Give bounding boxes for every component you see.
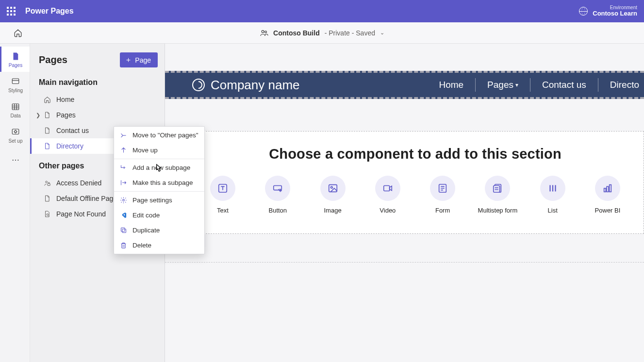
- component-picker-section: Choose a component to add to this sectio…: [186, 131, 644, 234]
- preview-link-home[interactable]: Home: [427, 78, 476, 92]
- component-label: Image: [324, 207, 341, 214]
- styling-icon: [11, 77, 20, 86]
- home-icon[interactable]: [14, 29, 22, 37]
- component-button[interactable]: Button: [254, 176, 301, 214]
- rail-item-data[interactable]: Data: [0, 97, 30, 122]
- component-list[interactable]: List: [529, 176, 576, 214]
- left-rail: Pages Styling Data Set up ⋯: [0, 44, 30, 362]
- ctx-label: Edit code: [132, 212, 160, 219]
- ctx-make-subpage[interactable]: Make this a subpage: [114, 175, 204, 190]
- component-label: Text: [217, 207, 229, 214]
- tree-item-home[interactable]: Home: [30, 92, 165, 107]
- component-label: List: [548, 207, 558, 214]
- component-label: Multistep form: [478, 207, 518, 214]
- app-launcher-icon[interactable]: [7, 7, 16, 16]
- pages-title: Pages: [39, 54, 67, 66]
- tree-item-label: Access Denied: [56, 179, 101, 187]
- svg-rect-23: [122, 244, 126, 248]
- rail-item-label: Data: [10, 113, 20, 118]
- page-icon: [44, 112, 51, 118]
- text-icon: [210, 176, 235, 201]
- plus-icon: ＋: [125, 55, 132, 65]
- sub-bar: Contoso Build - Private - Saved ⌄: [0, 22, 644, 44]
- site-info[interactable]: Contoso Build - Private - Saved ⌄: [260, 29, 384, 37]
- ctx-add-subpage[interactable]: Add a new subpage: [114, 160, 204, 175]
- move-icon: [120, 132, 128, 139]
- preview-link-directory[interactable]: Directo: [598, 78, 644, 92]
- rail-item-setup[interactable]: Set up: [0, 122, 30, 148]
- environment-name: Contoso Learn: [593, 10, 637, 17]
- page-icon: [44, 195, 51, 202]
- component-label: Power BI: [595, 207, 621, 214]
- tree-item-label: Default Offline Page: [56, 195, 117, 202]
- rail-item-styling[interactable]: Styling: [0, 72, 30, 97]
- home-icon: [44, 96, 51, 103]
- rail-item-label: Styling: [8, 88, 23, 93]
- top-bar: Power Pages Environment Contoso Learn: [0, 0, 644, 22]
- svg-rect-13: [384, 186, 390, 191]
- component-label: Button: [268, 207, 287, 214]
- svg-rect-3: [12, 104, 19, 110]
- ctx-label: Add a new subpage: [132, 164, 190, 171]
- svg-point-6: [46, 181, 48, 183]
- page-search-icon: [44, 211, 51, 217]
- data-icon: [11, 102, 20, 112]
- environment-switcher[interactable]: Environment Contoso Learn: [579, 5, 637, 17]
- section-title: Choose a component to add to this sectio…: [197, 146, 634, 162]
- ctx-duplicate[interactable]: Duplicate: [114, 223, 204, 238]
- rail-item-pages[interactable]: Pages: [0, 47, 30, 72]
- component-video[interactable]: Video: [364, 176, 411, 214]
- svg-rect-17: [604, 188, 606, 192]
- add-page-button[interactable]: ＋ Page: [120, 52, 158, 67]
- ctx-move-up[interactable]: Move up: [114, 143, 204, 158]
- app-title: Power Pages: [25, 7, 74, 16]
- ctx-edit-code[interactable]: Edit code: [114, 208, 204, 223]
- component-multistep-form[interactable]: Multistep form: [474, 176, 521, 214]
- tree-item-label: Home: [56, 96, 74, 103]
- gear-icon: [120, 197, 128, 204]
- tree-item-label: Pages: [56, 111, 76, 119]
- ctx-label: Move to "Other pages": [132, 132, 198, 139]
- svg-point-5: [15, 131, 17, 133]
- tree-item-label: Page Not Found: [56, 210, 106, 218]
- tree-item-label: Directory: [56, 142, 83, 150]
- add-subpage-icon: [120, 164, 128, 171]
- ctx-label: Make this a subpage: [132, 179, 193, 186]
- tree-item-pages[interactable]: ❯ Pages: [30, 107, 165, 123]
- ctx-delete[interactable]: Delete: [114, 238, 204, 253]
- ctx-label: Duplicate: [132, 227, 160, 234]
- svg-rect-19: [610, 185, 611, 192]
- ctx-page-settings[interactable]: Page settings: [114, 193, 204, 208]
- environment-label: Environment: [593, 5, 637, 10]
- rail-item-label: Set up: [9, 138, 23, 144]
- pages-icon: [11, 51, 20, 61]
- svg-point-12: [330, 186, 332, 188]
- preview-link-pages[interactable]: Pages: [476, 78, 530, 92]
- preview-link-contact[interactable]: Contact us: [530, 78, 598, 92]
- component-text[interactable]: Text: [199, 176, 246, 214]
- svg-rect-18: [607, 186, 609, 192]
- rail-item-more[interactable]: ⋯: [0, 148, 30, 168]
- ellipsis-icon: ⋯: [12, 155, 19, 165]
- svg-point-20: [123, 199, 125, 201]
- component-form[interactable]: Form: [419, 176, 466, 214]
- component-power-bi[interactable]: Power BI: [584, 176, 631, 214]
- company-name: Company name: [211, 78, 300, 93]
- video-icon: [375, 176, 400, 201]
- page-context-menu: Move to "Other pages" Move up Add a new …: [114, 126, 205, 254]
- section-main-navigation: Main navigation: [30, 74, 165, 90]
- ctx-separator: [114, 159, 204, 159]
- ctx-label: Page settings: [132, 197, 172, 204]
- site-name: Contoso Build: [273, 29, 320, 37]
- preview-navbar: Company name Home Pages Contact us Direc…: [165, 71, 644, 99]
- add-page-label: Page: [135, 56, 151, 64]
- component-image[interactable]: Image: [310, 176, 356, 214]
- chevron-right-icon[interactable]: ❯: [36, 112, 40, 118]
- list-icon: [540, 176, 565, 201]
- multistep-form-icon: [485, 176, 510, 201]
- tree-item-label: Contact us: [56, 127, 89, 134]
- duplicate-icon: [120, 227, 128, 234]
- ctx-move-to-other-pages[interactable]: Move to "Other pages": [114, 128, 204, 143]
- power-bi-icon: [595, 176, 620, 201]
- component-label: Video: [380, 207, 396, 214]
